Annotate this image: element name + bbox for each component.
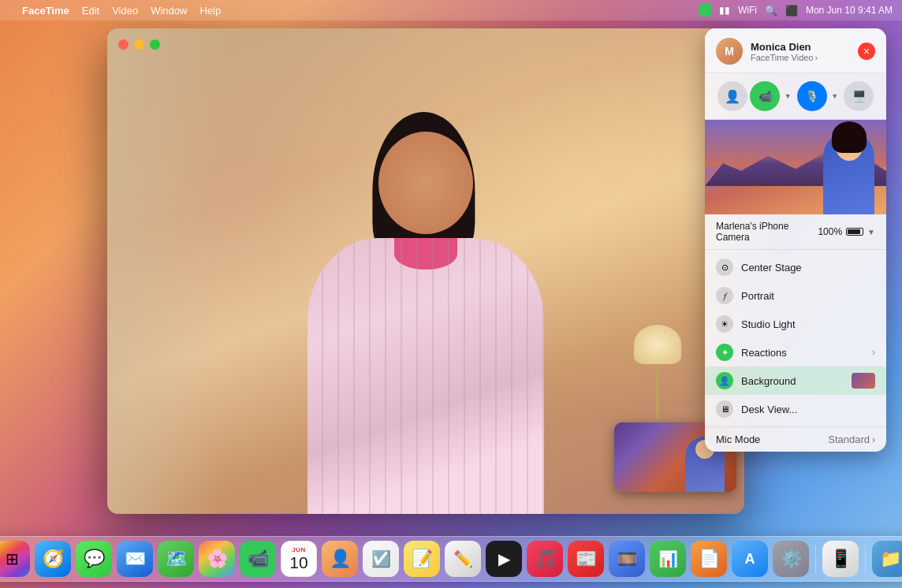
battery-percent-text: 100% [818,226,842,237]
dock-app-safari[interactable]: 🧭 [35,541,71,577]
dock-app-mail[interactable]: ✉️ [117,541,153,577]
dock-app-pages[interactable]: 📄 [691,541,727,577]
dock-app-launchpad[interactable]: ⊞ [0,541,30,577]
clock: Mon Jun 10 9:41 AM [806,5,893,16]
menubar-help[interactable]: Help [199,5,221,17]
mic-icon: 🎙️ [805,90,818,102]
dock-app-iphone[interactable]: 📱 [822,541,859,577]
music-icon: 🎵 [535,549,556,569]
dock-app-appstore[interactable]: A [732,541,768,577]
desk-view-item[interactable]: 🖥 Desk View... [705,395,886,423]
minimize-window-button[interactable] [134,39,144,50]
dock-app-messages[interactable]: 💬 [76,541,112,577]
appletv-icon: ▶ [498,549,510,568]
video-button[interactable]: 📹 [750,81,780,111]
iphone-icon: 📱 [830,549,852,569]
portrait-label: Portrait [741,290,875,302]
camera-icon: 📹 [758,90,772,102]
dock-app-appletv[interactable]: ▶ [486,541,522,577]
screen-share-button[interactable]: 🖥️ [844,81,874,111]
person-torso [308,238,544,514]
dock-separator [815,545,816,572]
dock-folder[interactable]: 📁 [872,541,902,577]
mic-dropdown-arrow-icon: ▼ [831,92,838,100]
room-lamp [634,325,681,419]
dock-app-notes[interactable]: 📝 [404,541,440,577]
camera-row-expand-icon[interactable]: ▼ [867,228,875,236]
menubar-right: ▮▮ WiFi 🔍 ⬛ Mon Jun 10 9:41 AM [699,4,893,17]
maps-icon: 🗺️ [166,549,187,569]
freeform-icon: ✏️ [453,549,473,568]
mute-person-button[interactable]: 👤 [718,81,747,111]
dock-app-music[interactable]: 🎵 [527,541,563,577]
studio-light-item[interactable]: ☀ Studio Light [705,310,886,338]
mic-button[interactable]: 🎙️ [797,81,827,111]
close-window-button[interactable] [118,39,129,50]
control-center-icon[interactable]: ⬛ [785,5,798,17]
dock-app-calendar[interactable]: JUN 10 [281,541,317,577]
mic-mode-row[interactable]: Mic Mode Standard › [705,426,886,452]
pages-icon: 📄 [699,549,720,569]
menubar-edit[interactable]: Edit [82,5,99,17]
lamp-shade [634,325,681,364]
dock-app-facetime[interactable]: 📹 [240,541,276,577]
hud-controls-row: 👤 📹 ▼ 🎙️ ▼ 🖥️ [705,73,886,120]
video-dropdown-button[interactable]: ▼ [781,90,794,102]
mic-dropdown-button[interactable]: ▼ [829,90,841,102]
reminders-icon: ☑️ [371,549,391,568]
studio-light-icon: ☀ [716,315,733,333]
center-stage-item[interactable]: ⊙ Center Stage [705,253,886,281]
safari-icon: 🧭 [43,549,64,569]
background-item[interactable]: 👤 Background [705,367,886,395]
hud-camera-row[interactable]: Marlena's iPhone Camera 100% ▼ [705,214,886,250]
hud-video-preview [705,120,886,214]
dock-app-maps[interactable]: 🗺️ [158,541,194,577]
center-stage-label: Center Stage [741,262,875,274]
dock-app-photos[interactable]: 🌸 [199,541,235,577]
numbers-icon: 📊 [658,549,678,568]
messages-icon: 💬 [84,549,105,569]
menu-bar: FaceTime Edit Video Window Help ▮▮ WiFi … [0,0,902,20]
center-stage-icon: ⊙ [716,259,733,276]
dock-app-keynote[interactable]: 🎞️ [609,541,645,577]
call-type[interactable]: FaceTime Video › [751,53,850,62]
portrait-item[interactable]: 𝑓 Portrait [705,281,886,310]
dock-app-numbers[interactable]: 📊 [650,541,686,577]
mic-mode-arrow-icon: › [872,434,875,445]
dock-app-settings[interactable]: ⚙️ [773,541,809,577]
video-dropdown-arrow-icon: ▼ [785,92,792,100]
menubar-video[interactable]: Video [112,5,138,17]
lamp-stem [656,364,659,419]
menubar-left: FaceTime Edit Video Window Help [9,5,221,17]
studio-light-label: Studio Light [741,318,875,330]
menubar-window[interactable]: Window [151,5,187,17]
contact-info: Monica Dien FaceTime Video › [751,41,850,62]
dock-app-contacts[interactable]: 👤 [322,541,358,577]
menubar-app-name[interactable]: FaceTime [22,5,69,17]
news-icon: 📰 [576,549,597,569]
dock-app-reminders[interactable]: ☑️ [363,541,399,577]
screen-record-icon[interactable] [699,4,711,17]
camera-source-name: Marlena's iPhone Camera [716,221,818,243]
notes-icon: 📝 [412,549,433,569]
window-traffic-lights [118,39,160,50]
folder-icon: 📁 [880,549,901,569]
battery-icon: ▮▮ [719,5,730,16]
reactions-item[interactable]: ✦ Reactions › [705,338,886,367]
battery-fill [848,229,860,234]
fullscreen-window-button[interactable] [150,39,160,50]
battery-indicator [846,228,863,236]
desk-view-icon: 🖥 [716,400,733,418]
calendar-day-label: 10 [289,553,308,571]
dock-app-freeform[interactable]: ✏️ [445,541,481,577]
hud-close-button[interactable] [858,43,875,60]
dock-app-news[interactable]: 📰 [568,541,604,577]
dock: 🔍 ⊞ 🧭 💬 ✉️ 🗺️ 🌸 📹 JUN 10 👤 ☑️ 📝 ✏️ ▶ [0,536,902,582]
screen-share-icon: 🖥️ [852,90,866,102]
facetime-hud-panel: M Monica Dien FaceTime Video › 👤 📹 ▼ [705,28,886,452]
reactions-icon: ✦ [716,344,733,361]
person-icon: 👤 [725,89,740,104]
background-thumbnail [852,373,875,389]
search-icon[interactable]: 🔍 [765,5,777,17]
reactions-label: Reactions [741,347,864,359]
